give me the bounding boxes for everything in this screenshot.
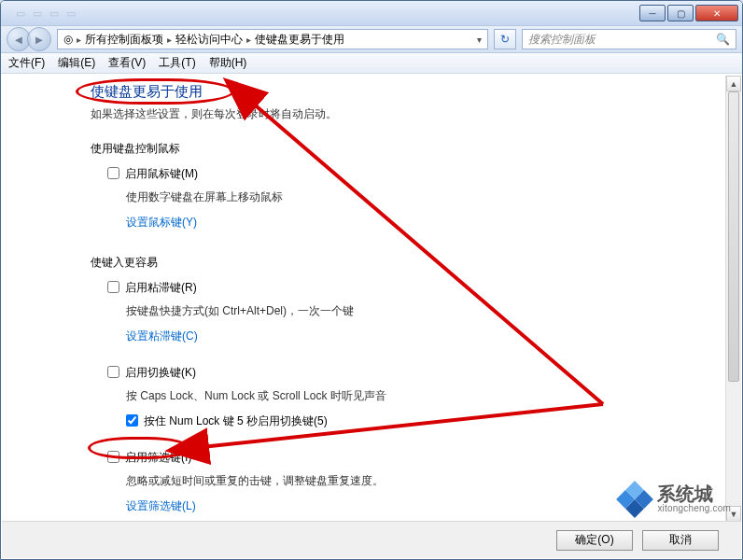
ok-button[interactable]: 确定(O) [556, 530, 633, 551]
search-box[interactable]: 搜索控制面板 🔍 [522, 29, 736, 49]
button-bar: 确定(O) 取消 [2, 521, 741, 558]
mouse-keys-label: 启用鼠标键(M) [125, 166, 198, 182]
scrollbar-track[interactable] [726, 91, 741, 506]
maximize-button[interactable]: ▢ [667, 5, 694, 21]
titlebar-ghost: ▭▭▭▭ [5, 7, 638, 20]
watermark-url: xitongcheng.com [657, 504, 731, 514]
hold-numlock-label: 按住 Num Lock 键 5 秒启用切换键(5) [144, 413, 328, 429]
breadcrumb-sep: ▸ [77, 35, 81, 45]
toggle-keys-desc: 按 Caps Lock、Num Lock 或 Scroll Lock 时听见声音 [126, 388, 700, 404]
sticky-keys-settings-link[interactable]: 设置粘滞键(C) [126, 329, 198, 344]
sticky-keys-checkbox[interactable] [107, 281, 119, 293]
breadcrumb-seg3[interactable]: 使键盘更易于使用 [255, 32, 344, 48]
content-scroll: 使键盘更易于使用 如果选择这些设置，则在每次登录时将自动启动。 使用键盘控制鼠标… [2, 76, 724, 522]
page-subtitle: 如果选择这些设置，则在每次登录时将自动启动。 [91, 106, 700, 122]
breadcrumb-dropdown-icon[interactable]: ▾ [477, 35, 482, 45]
watermark-logo [618, 483, 652, 516]
sticky-keys-desc: 按键盘快捷方式(如 Ctrl+Alt+Del)，一次一个键 [126, 303, 700, 319]
breadcrumb-seg2[interactable]: 轻松访问中心 [175, 32, 243, 48]
menu-file[interactable]: 文件(F) [8, 55, 45, 71]
filter-keys-label: 启用筛选键(I) [125, 450, 191, 466]
address-bar: ◄ ► ◎ ▸ 所有控制面板项 ▸ 轻松访问中心 ▸ 使键盘更易于使用 ▾ ↻ … [1, 25, 742, 53]
content-area: 使键盘更易于使用 如果选择这些设置，则在每次登录时将自动启动。 使用键盘控制鼠标… [2, 76, 741, 522]
toggle-keys-label: 启用切换键(K) [125, 365, 196, 381]
filter-keys-settings-link[interactable]: 设置筛选键(L) [126, 498, 196, 514]
titlebar: ▭▭▭▭ ─ ▢ ✕ [1, 1, 742, 25]
refresh-button[interactable]: ↻ [494, 29, 516, 49]
mouse-keys-checkbox[interactable] [107, 167, 119, 179]
breadcrumb-seg1[interactable]: 所有控制面板项 [85, 32, 163, 48]
mouse-keys-desc: 使用数字键盘在屏幕上移动鼠标 [126, 189, 700, 205]
vertical-scrollbar[interactable]: ▲ ▼ [725, 76, 741, 522]
breadcrumb-sep: ▸ [246, 35, 251, 45]
hold-numlock-checkbox[interactable] [126, 414, 138, 427]
search-icon[interactable]: 🔍 [716, 33, 730, 46]
sticky-keys-label: 启用粘滞键(R) [125, 280, 197, 296]
page-title: 使键盘更易于使用 [91, 83, 700, 101]
filter-keys-checkbox[interactable] [107, 451, 119, 463]
sticky-keys-checkbox-row[interactable]: 启用粘滞键(R) [107, 280, 700, 296]
filter-keys-desc: 忽略或减短时间或重复的击键，调整键盘重复速度。 [126, 473, 700, 489]
menu-bar: 文件(F) 编辑(E) 查看(V) 工具(T) 帮助(H) [1, 53, 742, 74]
menu-help[interactable]: 帮助(H) [209, 55, 247, 71]
menu-view[interactable]: 查看(V) [108, 55, 146, 71]
section-input-title: 使键入更容易 [91, 255, 700, 271]
window-frame: ▭▭▭▭ ─ ▢ ✕ ◄ ► ◎ ▸ 所有控制面板项 ▸ 轻松访问中心 ▸ 使键… [0, 0, 743, 560]
forward-button[interactable]: ► [27, 27, 51, 51]
toggle-keys-checkbox[interactable] [107, 366, 119, 378]
section-mouse-title: 使用键盘控制鼠标 [91, 141, 700, 157]
breadcrumb[interactable]: ◎ ▸ 所有控制面板项 ▸ 轻松访问中心 ▸ 使键盘更易于使用 ▾ [57, 29, 488, 49]
close-button[interactable]: ✕ [695, 5, 738, 21]
mouse-keys-settings-link[interactable]: 设置鼠标键(Y) [126, 215, 197, 231]
menu-edit[interactable]: 编辑(E) [58, 55, 95, 71]
breadcrumb-home-icon: ◎ [63, 33, 73, 46]
cancel-button[interactable]: 取消 [642, 530, 719, 551]
hold-numlock-checkbox-row[interactable]: 按住 Num Lock 键 5 秒启用切换键(5) [126, 413, 700, 429]
scrollbar-thumb[interactable] [728, 91, 739, 382]
minimize-button[interactable]: ─ [639, 5, 666, 21]
scrollbar-up-arrow[interactable]: ▲ [726, 76, 741, 91]
filter-keys-checkbox-row[interactable]: 启用筛选键(I) [107, 450, 700, 466]
watermark-brand: 系统城 [657, 484, 731, 504]
nav-buttons: ◄ ► [7, 27, 51, 51]
menu-tools[interactable]: 工具(T) [159, 55, 195, 71]
toggle-keys-checkbox-row[interactable]: 启用切换键(K) [107, 365, 700, 381]
search-placeholder: 搜索控制面板 [528, 32, 596, 48]
breadcrumb-sep: ▸ [167, 35, 172, 45]
watermark: 系统城 xitongcheng.com [618, 483, 731, 516]
mouse-keys-checkbox-row[interactable]: 启用鼠标键(M) [107, 166, 700, 182]
